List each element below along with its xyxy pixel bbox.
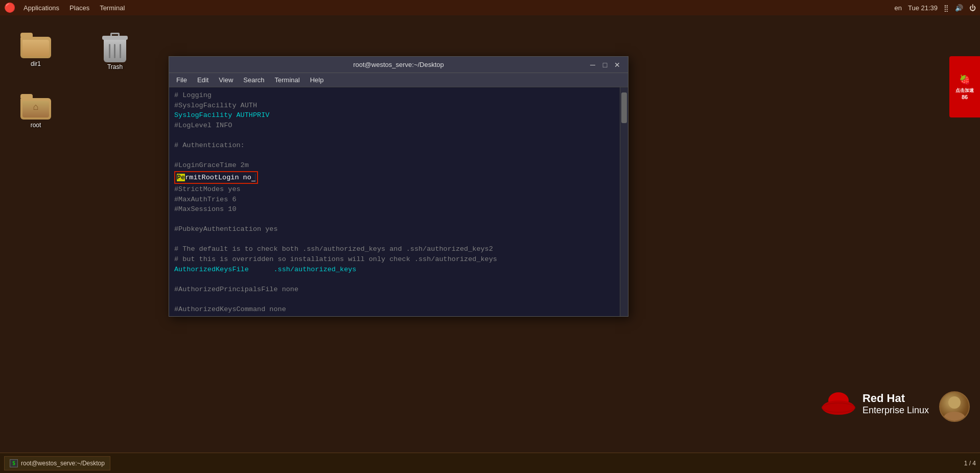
terminal-menubar: File Edit View Search Terminal Help xyxy=(169,73,628,87)
terminal-text[interactable]: # Logging #SyslogFacility AUTH SyslogFac… xyxy=(169,87,620,316)
menu-terminal[interactable]: Terminal xyxy=(95,2,130,14)
redhat-branding: Red Hat Enterprise Linux xyxy=(821,386,929,422)
menu-file[interactable]: File xyxy=(172,75,191,85)
desktop: dir1 Trash ⌂ root xyxy=(0,15,980,453)
menu-help[interactable]: Help xyxy=(306,75,328,85)
dir1-label: dir1 xyxy=(31,60,41,67)
topbar: 🔴 Applications Places Terminal en Tue 21… xyxy=(0,0,980,15)
menu-search[interactable]: Search xyxy=(239,75,268,85)
taskbar-terminal-icon: $ xyxy=(10,459,18,467)
menu-terminal[interactable]: Terminal xyxy=(271,75,304,85)
desktop-icon-root[interactable]: ⌂ root xyxy=(15,92,56,131)
terminal-window: root@westos_serve:~/Desktop ─ □ ✕ File E… xyxy=(169,56,628,317)
redhat-logo-icon: 🔴 xyxy=(4,2,15,13)
desktop-icon-dir1[interactable]: dir1 xyxy=(15,31,56,69)
terminal-scrollbar[interactable] xyxy=(620,87,628,316)
taskbar-terminal-label: root@westos_serve:~/Desktop xyxy=(21,460,105,467)
redhat-hat-graphic xyxy=(821,386,856,422)
scrollbar-thumb[interactable] xyxy=(621,92,627,123)
maximize-button[interactable]: □ xyxy=(599,59,611,70)
terminal-titlebar: root@westos_serve:~/Desktop ─ □ ✕ xyxy=(169,57,628,73)
svg-point-5 xyxy=(943,412,966,421)
taskbar: $ root@westos_serve:~/Desktop 1 / 4 xyxy=(0,453,980,473)
root-label: root xyxy=(31,122,41,129)
terminal-content[interactable]: # Logging #SyslogFacility AUTH SyslogFac… xyxy=(169,87,628,316)
menu-applications[interactable]: Applications xyxy=(18,2,64,14)
user-avatar xyxy=(939,391,970,422)
close-button[interactable]: ✕ xyxy=(612,59,623,70)
side-badge[interactable]: 🍓 点击加速 86 xyxy=(949,56,980,117)
redhat-text-block: Red Hat Enterprise Linux xyxy=(862,392,929,416)
menu-places[interactable]: Places xyxy=(64,2,95,14)
network-icon: ⣿ xyxy=(944,4,949,12)
power-icon[interactable]: ⏻ xyxy=(969,4,976,12)
menu-view[interactable]: View xyxy=(215,75,237,85)
lang-indicator: en xyxy=(894,4,901,12)
folder-graphic xyxy=(20,33,51,58)
root-folder-graphic: ⌂ xyxy=(20,94,51,120)
clock: Tue 21:39 xyxy=(908,4,938,12)
desktop-icon-trash[interactable]: Trash xyxy=(95,31,135,73)
svg-point-4 xyxy=(948,396,961,409)
taskbar-terminal-item[interactable]: $ root@westos_serve:~/Desktop xyxy=(4,456,110,470)
minimize-button[interactable]: ─ xyxy=(587,59,598,70)
volume-icon: 🔊 xyxy=(955,4,963,12)
menu-edit[interactable]: Edit xyxy=(193,75,213,85)
trash-graphic xyxy=(101,33,129,61)
terminal-title: root@westos_serve:~/Desktop xyxy=(210,61,587,68)
taskbar-pager: 1 / 4 xyxy=(964,460,976,467)
trash-label: Trash xyxy=(107,63,123,70)
